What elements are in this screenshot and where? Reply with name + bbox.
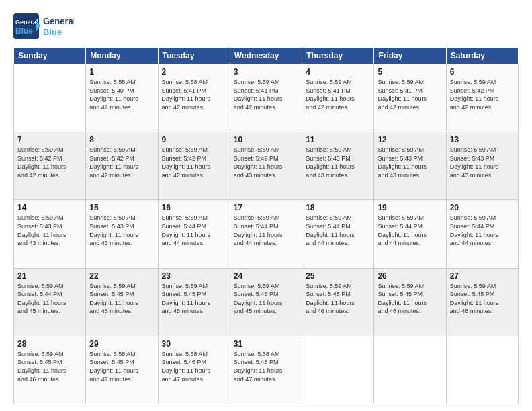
calendar-cell: 20Sunrise: 5:59 AM Sunset: 5:44 PM Dayli… [446, 200, 518, 268]
day-number: 25 [306, 271, 370, 281]
calendar-week-row: 1Sunrise: 5:58 AM Sunset: 5:40 PM Daylig… [14, 64, 519, 132]
day-number: 28 [17, 339, 82, 349]
cell-detail: Sunrise: 5:59 AM Sunset: 5:45 PM Dayligh… [306, 282, 370, 316]
cell-detail: Sunrise: 5:59 AM Sunset: 5:44 PM Dayligh… [162, 214, 226, 247]
day-number: 16 [162, 203, 226, 212]
calendar-cell: 5Sunrise: 5:59 AM Sunset: 5:41 PM Daylig… [374, 64, 446, 132]
calendar-cell: 14Sunrise: 5:59 AM Sunset: 5:43 PM Dayli… [14, 200, 86, 268]
day-number: 2 [162, 67, 226, 77]
calendar-day-header: Monday [86, 48, 158, 64]
calendar-day-header: Sunday [14, 48, 86, 64]
cell-detail: Sunrise: 5:59 AM Sunset: 5:44 PM Dayligh… [450, 214, 515, 247]
cell-detail: Sunrise: 5:59 AM Sunset: 5:45 PM Dayligh… [89, 282, 154, 316]
day-number: 17 [234, 203, 298, 212]
calendar-table: SundayMondayTuesdayWednesdayThursdayFrid… [13, 47, 519, 404]
day-number: 30 [162, 339, 226, 349]
calendar-cell: 17Sunrise: 5:59 AM Sunset: 5:44 PM Dayli… [230, 200, 302, 268]
cell-detail: Sunrise: 5:59 AM Sunset: 5:43 PM Dayligh… [89, 214, 154, 247]
calendar-cell: 13Sunrise: 5:59 AM Sunset: 5:43 PM Dayli… [446, 132, 518, 200]
calendar-day-header: Tuesday [158, 48, 230, 64]
day-number: 5 [378, 67, 442, 77]
calendar-header-row: SundayMondayTuesdayWednesdayThursdayFrid… [14, 48, 519, 64]
day-number: 21 [17, 271, 82, 281]
calendar-cell: 25Sunrise: 5:59 AM Sunset: 5:45 PM Dayli… [302, 268, 374, 336]
day-number: 10 [234, 135, 298, 144]
cell-detail: Sunrise: 5:59 AM Sunset: 5:43 PM Dayligh… [306, 146, 370, 179]
calendar-cell: 9Sunrise: 5:59 AM Sunset: 5:42 PM Daylig… [158, 132, 230, 200]
svg-text:General: General [43, 16, 74, 26]
calendar-day-header: Friday [374, 48, 446, 64]
day-number: 3 [234, 67, 298, 77]
cell-detail: Sunrise: 5:59 AM Sunset: 5:44 PM Dayligh… [17, 282, 82, 316]
day-number: 20 [450, 203, 515, 212]
svg-text:General: General [15, 19, 38, 26]
day-number: 18 [306, 203, 370, 212]
cell-detail: Sunrise: 5:59 AM Sunset: 5:42 PM Dayligh… [162, 146, 226, 179]
cell-detail: Sunrise: 5:59 AM Sunset: 5:41 PM Dayligh… [378, 78, 442, 111]
calendar-cell [446, 336, 518, 404]
calendar-cell: 7Sunrise: 5:59 AM Sunset: 5:42 PM Daylig… [14, 132, 86, 200]
page: General Blue General Blue SundayMondayTu… [0, 0, 532, 411]
day-number: 22 [89, 271, 154, 281]
calendar-cell: 23Sunrise: 5:59 AM Sunset: 5:45 PM Dayli… [158, 268, 230, 336]
calendar-body: 1Sunrise: 5:58 AM Sunset: 5:40 PM Daylig… [14, 64, 519, 404]
cell-detail: Sunrise: 5:59 AM Sunset: 5:42 PM Dayligh… [17, 146, 82, 179]
day-number: 12 [378, 135, 442, 144]
calendar-cell: 30Sunrise: 5:58 AM Sunset: 5:46 PM Dayli… [158, 336, 230, 404]
day-number: 1 [89, 67, 154, 77]
day-number: 6 [450, 67, 515, 77]
calendar-week-row: 14Sunrise: 5:59 AM Sunset: 5:43 PM Dayli… [14, 200, 519, 268]
day-number: 13 [450, 135, 515, 144]
cell-detail: Sunrise: 5:58 AM Sunset: 5:46 PM Dayligh… [234, 350, 298, 383]
calendar-cell [14, 64, 86, 132]
cell-detail: Sunrise: 5:59 AM Sunset: 5:45 PM Dayligh… [378, 282, 442, 316]
svg-text:Blue: Blue [15, 26, 33, 36]
cell-detail: Sunrise: 5:59 AM Sunset: 5:44 PM Dayligh… [234, 214, 298, 247]
calendar-cell: 21Sunrise: 5:59 AM Sunset: 5:44 PM Dayli… [14, 268, 86, 336]
logo-svg: General Blue General Blue [13, 13, 74, 40]
cell-detail: Sunrise: 5:59 AM Sunset: 5:44 PM Dayligh… [378, 214, 442, 247]
calendar-cell: 27Sunrise: 5:59 AM Sunset: 5:45 PM Dayli… [446, 268, 518, 336]
calendar-cell: 1Sunrise: 5:58 AM Sunset: 5:40 PM Daylig… [86, 64, 158, 132]
cell-detail: Sunrise: 5:59 AM Sunset: 5:42 PM Dayligh… [234, 146, 298, 179]
calendar-cell: 2Sunrise: 5:58 AM Sunset: 5:41 PM Daylig… [158, 64, 230, 132]
calendar-day-header: Wednesday [230, 48, 302, 64]
calendar-cell: 3Sunrise: 5:59 AM Sunset: 5:41 PM Daylig… [230, 64, 302, 132]
cell-detail: Sunrise: 5:59 AM Sunset: 5:41 PM Dayligh… [234, 78, 298, 111]
calendar-cell: 8Sunrise: 5:59 AM Sunset: 5:42 PM Daylig… [86, 132, 158, 200]
day-number: 23 [162, 271, 226, 281]
logo: General Blue General Blue [13, 13, 74, 40]
calendar-cell: 19Sunrise: 5:59 AM Sunset: 5:44 PM Dayli… [374, 200, 446, 268]
calendar-cell: 4Sunrise: 5:59 AM Sunset: 5:41 PM Daylig… [302, 64, 374, 132]
cell-detail: Sunrise: 5:59 AM Sunset: 5:45 PM Dayligh… [450, 282, 515, 316]
calendar-cell: 10Sunrise: 5:59 AM Sunset: 5:42 PM Dayli… [230, 132, 302, 200]
cell-detail: Sunrise: 5:58 AM Sunset: 5:41 PM Dayligh… [162, 78, 226, 111]
day-number: 14 [17, 203, 82, 212]
cell-detail: Sunrise: 5:59 AM Sunset: 5:45 PM Dayligh… [234, 282, 298, 316]
calendar-cell: 18Sunrise: 5:59 AM Sunset: 5:44 PM Dayli… [302, 200, 374, 268]
cell-detail: Sunrise: 5:58 AM Sunset: 5:45 PM Dayligh… [89, 350, 154, 383]
cell-detail: Sunrise: 5:59 AM Sunset: 5:45 PM Dayligh… [17, 350, 82, 383]
calendar-cell: 26Sunrise: 5:59 AM Sunset: 5:45 PM Dayli… [374, 268, 446, 336]
calendar-cell: 12Sunrise: 5:59 AM Sunset: 5:43 PM Dayli… [374, 132, 446, 200]
day-number: 24 [234, 271, 298, 281]
calendar-cell: 22Sunrise: 5:59 AM Sunset: 5:45 PM Dayli… [86, 268, 158, 336]
calendar-week-row: 28Sunrise: 5:59 AM Sunset: 5:45 PM Dayli… [14, 336, 519, 404]
calendar-cell: 31Sunrise: 5:58 AM Sunset: 5:46 PM Dayli… [230, 336, 302, 404]
cell-detail: Sunrise: 5:58 AM Sunset: 5:46 PM Dayligh… [162, 350, 226, 383]
calendar-cell: 16Sunrise: 5:59 AM Sunset: 5:44 PM Dayli… [158, 200, 230, 268]
cell-detail: Sunrise: 5:59 AM Sunset: 5:43 PM Dayligh… [17, 214, 82, 247]
day-number: 15 [89, 203, 154, 212]
day-number: 7 [17, 135, 82, 144]
day-number: 11 [306, 135, 370, 144]
day-number: 31 [234, 339, 298, 349]
day-number: 4 [306, 67, 370, 77]
day-number: 26 [378, 271, 442, 281]
calendar-cell: 11Sunrise: 5:59 AM Sunset: 5:43 PM Dayli… [302, 132, 374, 200]
cell-detail: Sunrise: 5:59 AM Sunset: 5:41 PM Dayligh… [306, 78, 370, 111]
calendar-cell: 29Sunrise: 5:58 AM Sunset: 5:45 PM Dayli… [86, 336, 158, 404]
calendar-cell: 28Sunrise: 5:59 AM Sunset: 5:45 PM Dayli… [14, 336, 86, 404]
cell-detail: Sunrise: 5:59 AM Sunset: 5:42 PM Dayligh… [89, 146, 154, 179]
day-number: 27 [450, 271, 515, 281]
day-number: 9 [162, 135, 226, 144]
